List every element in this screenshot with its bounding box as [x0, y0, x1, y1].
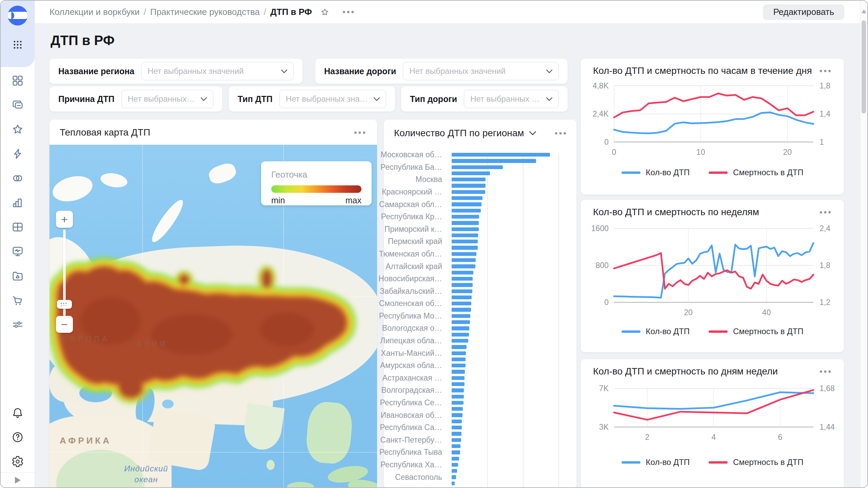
bar[interactable]	[452, 271, 473, 274]
breadcrumb-collections[interactable]: Коллекции и воркбуки	[50, 7, 140, 17]
map-zoom-handle[interactable]	[57, 300, 72, 309]
bar[interactable]	[452, 215, 479, 219]
chart-menu-icon[interactable]: •••	[820, 66, 832, 76]
heatmap-menu-icon[interactable]: •••	[354, 128, 367, 138]
bar[interactable]	[452, 190, 485, 194]
bar[interactable]	[452, 438, 461, 442]
bar[interactable]	[452, 326, 469, 330]
cart-icon[interactable]	[10, 293, 25, 308]
quick-lightning-icon[interactable]	[10, 146, 25, 161]
bar[interactable]	[452, 233, 478, 237]
tables-grid-icon[interactable]	[10, 220, 25, 235]
bell-icon[interactable]	[10, 405, 25, 420]
bar[interactable]	[452, 240, 478, 243]
bar[interactable]	[452, 320, 470, 324]
heatmap-map[interactable]: ЕВРОПА АЗИЯ АФРИКА Индийский океан Геото…	[50, 145, 377, 487]
bar[interactable]	[452, 395, 464, 399]
bar[interactable]	[452, 153, 550, 157]
charts-bars-icon[interactable]	[10, 195, 25, 210]
bar[interactable]	[452, 432, 461, 435]
bar[interactable]	[452, 351, 466, 355]
accident-type-select[interactable]: Нет выбранных значе…	[279, 90, 386, 108]
bar[interactable]	[452, 252, 476, 256]
bar[interactable]	[452, 388, 464, 392]
bar[interactable]	[452, 165, 503, 169]
folder-icon[interactable]	[10, 268, 25, 283]
bar[interactable]	[452, 184, 486, 187]
bar[interactable]	[452, 420, 462, 423]
bar[interactable]	[452, 376, 465, 380]
bar[interactable]	[452, 482, 455, 485]
legend-item-mortality[interactable]: Смертность в ДТП	[709, 327, 803, 336]
bar[interactable]	[452, 202, 481, 206]
cause-select[interactable]: Нет выбранных з…	[121, 90, 214, 108]
scrollbar-thumb[interactable]	[862, 20, 866, 114]
bar[interactable]	[452, 302, 471, 305]
bar[interactable]	[452, 370, 465, 373]
collections-copy-icon[interactable]	[10, 98, 25, 113]
legend-item-mortality[interactable]: Смертность в ДТП	[709, 458, 803, 467]
bar[interactable]	[452, 258, 476, 262]
breadcrumb-guides[interactable]: Практические руководства	[150, 7, 260, 17]
bar[interactable]	[452, 382, 465, 386]
bar[interactable]	[452, 283, 473, 287]
bar[interactable]	[452, 314, 470, 318]
bar[interactable]	[452, 450, 460, 454]
dashboard-grid-icon[interactable]	[10, 73, 25, 88]
bar[interactable]	[452, 364, 466, 367]
legend-item-accidents[interactable]: Кол-во ДТП	[622, 168, 690, 177]
connections-circles-icon[interactable]	[10, 171, 25, 186]
region-select[interactable]: Нет выбранных значений	[141, 62, 294, 80]
bar[interactable]	[452, 171, 490, 175]
collapse-arrow-icon[interactable]	[15, 477, 21, 484]
legend-item-accidents[interactable]: Кол-во ДТП	[622, 327, 690, 336]
sliders-icon[interactable]	[10, 317, 25, 332]
bar[interactable]	[452, 345, 467, 349]
bar[interactable]	[452, 308, 471, 311]
bar[interactable]	[452, 178, 486, 181]
legend-item-mortality[interactable]: Смертность в ДТП	[709, 168, 803, 177]
apps-grid-icon[interactable]	[10, 37, 25, 52]
bar[interactable]	[452, 475, 456, 479]
bar[interactable]	[452, 159, 536, 163]
bar[interactable]	[452, 246, 478, 249]
bar[interactable]	[452, 289, 472, 293]
bar[interactable]	[452, 457, 459, 461]
map-zoom-in-button[interactable]: +	[56, 211, 73, 228]
page-scrollbar[interactable]	[860, 1, 867, 487]
bar[interactable]	[452, 264, 475, 268]
road-select[interactable]: Нет выбранных значений	[403, 62, 559, 80]
bar[interactable]	[452, 277, 473, 281]
bar[interactable]	[452, 463, 458, 467]
datalens-logo-icon[interactable]	[7, 5, 28, 28]
bar[interactable]	[452, 221, 479, 225]
bar[interactable]	[452, 401, 463, 405]
edit-button[interactable]: Редактировать	[763, 4, 844, 20]
favorites-star-icon[interactable]	[10, 122, 25, 137]
scroll-up-arrow-icon[interactable]	[862, 9, 866, 13]
road-type-select[interactable]: Нет выбранных зна…	[464, 90, 559, 108]
breadcrumb-menu-icon[interactable]: •••	[342, 7, 355, 17]
bar[interactable]	[452, 209, 481, 212]
bar-chart-menu-icon[interactable]: •••	[555, 128, 568, 138]
help-icon[interactable]	[10, 430, 25, 445]
monitor-pulse-icon[interactable]	[10, 244, 25, 259]
bar[interactable]	[452, 339, 468, 343]
bar[interactable]	[452, 358, 466, 361]
chart-menu-icon[interactable]: •••	[820, 367, 832, 377]
chevron-down-icon[interactable]	[529, 131, 536, 135]
map-zoom-out-button[interactable]: −	[56, 316, 73, 333]
bar[interactable]	[452, 227, 479, 231]
bar[interactable]	[452, 426, 462, 429]
bar[interactable]	[452, 333, 469, 337]
bar[interactable]	[452, 196, 482, 200]
chart-menu-icon[interactable]: •••	[820, 207, 832, 217]
bar[interactable]	[452, 296, 472, 299]
gear-icon[interactable]	[10, 454, 25, 469]
bar[interactable]	[452, 413, 462, 417]
legend-item-accidents[interactable]: Кол-во ДТП	[622, 458, 690, 467]
bar[interactable]	[452, 444, 460, 448]
favorite-star-icon[interactable]	[320, 7, 330, 17]
bar[interactable]	[452, 407, 463, 411]
bar[interactable]	[452, 469, 457, 473]
